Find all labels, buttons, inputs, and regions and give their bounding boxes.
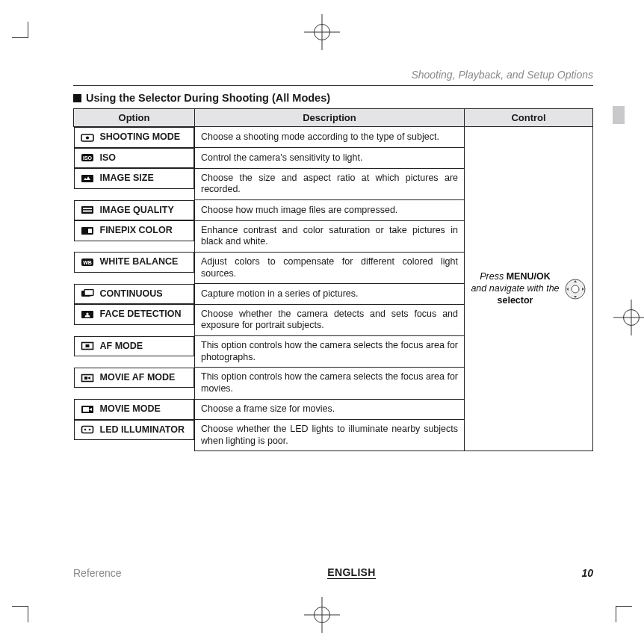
option-cell: IMAGE SIZE — [74, 168, 195, 189]
option-desc: This option controls how the camera sele… — [195, 336, 465, 368]
svg-point-25 — [84, 429, 86, 431]
registration-mark-icon — [314, 24, 330, 40]
svg-point-26 — [88, 429, 90, 431]
option-desc: Choose a shooting mode according to the … — [195, 127, 465, 148]
svg-text:WB: WB — [83, 260, 92, 265]
option-cell: MOVIE AF MODE — [74, 368, 195, 388]
page-number: 10 — [581, 567, 593, 579]
page-content: Shooting, Playback, and Setup Options Us… — [73, 69, 593, 451]
option-cell: WB WHITE BALANCE — [74, 252, 195, 273]
registration-mark-icon — [314, 607, 330, 623]
option-label: SHOOTING MODE — [100, 131, 181, 143]
option-desc: Choose whether the camera detects and se… — [195, 304, 465, 335]
control-cell: Press MENU/OK and navigate with the sele… — [465, 127, 593, 451]
option-desc: Enhance contrast and color saturation or… — [195, 220, 465, 252]
svg-point-17 — [86, 312, 88, 315]
footer-section: Reference — [73, 567, 122, 579]
option-label: AF MODE — [100, 341, 143, 353]
crop-mark — [12, 606, 28, 607]
continuous-icon — [81, 289, 94, 298]
svg-point-1 — [85, 136, 88, 139]
svg-text:ISO: ISO — [82, 155, 92, 161]
movie-mode-icon — [81, 405, 94, 414]
option-cell: FINEPIX COLOR — [74, 220, 195, 241]
crop-mark — [616, 606, 632, 607]
option-cell: FACE DETECTION — [74, 304, 195, 325]
crop-mark — [28, 606, 28, 622]
selector-wheel-icon — [564, 278, 586, 300]
option-cell: SHOOTING MODE — [74, 127, 195, 148]
options-table: Option Description Control SHOOTING MODE… — [73, 108, 593, 451]
svg-rect-7 — [81, 206, 93, 214]
option-desc: Choose whether the LED lights to illumin… — [195, 420, 465, 451]
square-bullet-icon — [73, 94, 81, 102]
option-label: MOVIE MODE — [100, 403, 161, 415]
option-label: LED ILLUMINATOR — [100, 424, 185, 436]
section-title: Using the Selector During Shooting (All … — [73, 92, 593, 104]
footer-language: ENGLISH — [327, 566, 375, 579]
option-label: IMAGE QUALITY — [100, 205, 174, 217]
page-margin-tab — [613, 106, 625, 124]
crop-mark — [12, 37, 28, 38]
option-label: FINEPIX COLOR — [100, 225, 173, 237]
control-text: Press MENU/OK and navigate with the sele… — [471, 271, 560, 306]
option-label: IMAGE SIZE — [100, 173, 154, 185]
option-label: FACE DETECTION — [100, 309, 182, 321]
col-header-description: Description — [195, 109, 465, 127]
option-desc: Adjust colors to compensate for differen… — [195, 252, 465, 283]
option-desc: Choose how much image files are compress… — [195, 200, 465, 221]
running-head: Shooting, Playback, and Setup Options — [73, 69, 593, 81]
led-illuminator-icon — [81, 425, 94, 434]
divider — [73, 85, 593, 86]
iso-icon: ISO — [81, 153, 94, 162]
svg-rect-11 — [88, 229, 92, 233]
option-cell: MOVIE MODE — [74, 399, 195, 420]
image-size-icon — [81, 174, 94, 183]
selector-label: selector — [498, 295, 533, 306]
crop-mark — [616, 606, 616, 622]
af-mode-icon — [81, 341, 94, 350]
option-desc: Choose a frame size for movies. — [195, 399, 465, 420]
crop-mark — [28, 22, 28, 38]
svg-rect-23 — [83, 407, 89, 412]
option-cell: LED ILLUMINATOR — [74, 420, 195, 441]
white-balance-icon: WB — [81, 258, 94, 267]
svg-rect-8 — [83, 208, 92, 209]
camera-mode-icon — [81, 133, 94, 142]
svg-rect-21 — [84, 377, 87, 380]
registration-mark-icon — [623, 309, 640, 326]
svg-rect-15 — [84, 290, 93, 296]
option-label: ISO — [100, 152, 117, 164]
option-cell: AF MODE — [74, 336, 195, 357]
page-footer: Reference ENGLISH 10 — [73, 566, 593, 579]
option-cell: CONTINUOUS — [74, 284, 195, 305]
option-cell: ISO ISO — [74, 148, 195, 169]
col-header-option: Option — [74, 109, 195, 127]
option-cell: IMAGE QUALITY — [74, 200, 195, 221]
option-desc: This option controls how the camera sele… — [195, 368, 465, 399]
svg-rect-9 — [83, 211, 92, 212]
option-label: CONTINUOUS — [100, 288, 163, 300]
option-desc: Capture motion in a series of pictures. — [195, 284, 465, 305]
image-quality-icon — [81, 205, 94, 214]
col-header-control: Control — [465, 109, 593, 127]
menu-ok-label: MENU/OK — [507, 271, 551, 282]
svg-rect-19 — [85, 344, 89, 347]
finepix-color-icon — [81, 226, 94, 235]
face-detection-icon — [81, 310, 94, 319]
movie-af-mode-icon — [81, 374, 94, 383]
svg-point-3 — [572, 285, 579, 293]
option-desc: Control the camera's sensitivity to ligh… — [195, 148, 465, 169]
section-title-text: Using the Selector During Shooting (All … — [86, 92, 330, 104]
option-label: MOVIE AF MODE — [100, 372, 176, 384]
svg-rect-24 — [81, 427, 93, 433]
option-desc: Choose the size and aspect ratio at whic… — [195, 168, 465, 199]
option-label: WHITE BALANCE — [100, 256, 179, 268]
